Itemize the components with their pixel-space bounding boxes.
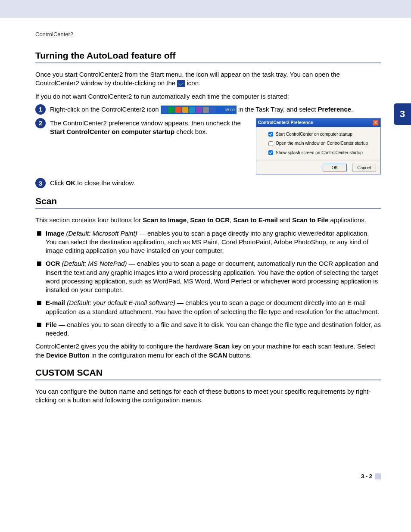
- text: .: [351, 106, 353, 113]
- step-bullet-1: 1: [35, 104, 46, 115]
- top-bar: [0, 0, 411, 18]
- autoload-p1: Once you start ControlCenter2 from the S…: [35, 70, 381, 88]
- header-label: ControlCenter2: [35, 31, 381, 37]
- t: applications.: [328, 216, 366, 224]
- list-item: OCR (Default: MS NotePad) — enables you …: [35, 259, 381, 294]
- t: buttons.: [227, 352, 252, 359]
- list-item: E-mail (Default: your default E-mail sof…: [35, 299, 381, 316]
- default: (Default: Microsoft Paint): [64, 230, 137, 237]
- text: Start ControlCenter on computer startup: [50, 128, 174, 135]
- label: File: [46, 321, 57, 328]
- section-title-scan: Scan: [35, 196, 381, 206]
- page-number: 3 - 2: [361, 473, 381, 479]
- dialog-buttons: OK Cancel: [256, 161, 380, 174]
- opt1-row[interactable]: Start ControlCenter on computer startup: [268, 131, 376, 137]
- custom-text: You can configure the button name and se…: [35, 387, 381, 405]
- page-num-tab-icon: [375, 473, 381, 479]
- page-content: ControlCenter2 3 Turning the AutoLoad fe…: [0, 18, 411, 482]
- text: OK: [66, 179, 76, 187]
- step-2-row: The ControlCenter2 preference window app…: [50, 119, 381, 175]
- default: (Default: MS NotePad): [60, 260, 127, 267]
- section-title-autoload: Turning the AutoLoad feature off: [35, 50, 381, 61]
- t: Scan to E-mail: [233, 216, 277, 224]
- close-icon[interactable]: ×: [373, 120, 379, 126]
- dialog-body: Start ControlCenter on computer startup …: [256, 127, 380, 161]
- rule: [35, 208, 381, 209]
- text: Right-click on the ControlCenter2 icon: [50, 106, 161, 113]
- t: SCAN: [209, 352, 227, 359]
- step-2-text: The ControlCenter2 preference window app…: [50, 119, 249, 137]
- opt3-checkbox[interactable]: [268, 150, 273, 155]
- opt1-checkbox[interactable]: [268, 132, 273, 137]
- t: This section contains four buttons for: [35, 216, 143, 224]
- step-1-text: Right-click on the ControlCenter2 icon 1…: [50, 105, 381, 114]
- step-3-text: Click OK to close the window.: [50, 179, 381, 187]
- page-number-text: 3 - 2: [361, 473, 372, 479]
- label: Image: [46, 230, 64, 237]
- opt2-row[interactable]: Open the main window on ControlCenter st…: [268, 140, 376, 146]
- text: in the Task Tray, and select: [238, 106, 318, 113]
- step-3: 3 Click OK to close the window.: [35, 179, 381, 188]
- scan-footer: ControlCenter2 gives you the ability to …: [35, 342, 381, 360]
- chapter-tab: 3: [394, 103, 411, 125]
- step-bullet-3: 3: [35, 178, 46, 188]
- rule: [35, 62, 381, 63]
- step-bullet-2: 2: [35, 118, 46, 128]
- opt2-label: Open the main window on ControlCenter st…: [276, 140, 368, 146]
- t: Device Button: [46, 352, 90, 359]
- controlcenter-icon: [177, 80, 185, 87]
- text: — enables you to scan directly to a file…: [46, 321, 381, 337]
- text: The ControlCenter2 preference window app…: [50, 119, 241, 127]
- default: (Default: your default E-mail software): [65, 299, 175, 306]
- autoload-p2: If you do not want ControlCenter2 to run…: [35, 92, 381, 101]
- step-1: 1 Right-click on the ControlCenter2 icon…: [35, 105, 381, 115]
- preference-dialog: ControlCenter2 Preference × Start Contro…: [256, 118, 381, 175]
- section-title-custom: CUSTOM SCAN: [35, 367, 381, 378]
- t: Scan: [214, 342, 230, 350]
- t: Scan to Image: [143, 216, 187, 224]
- dialog-title: ControlCenter2 Preference: [258, 120, 313, 126]
- dialog-titlebar: ControlCenter2 Preference ×: [256, 118, 380, 127]
- ok-button[interactable]: OK: [323, 164, 347, 171]
- opt3-row[interactable]: Show splash screen on ControlCenter star…: [268, 150, 376, 156]
- t: ControlCenter2 gives you the ability to …: [35, 342, 214, 350]
- t: in the configuration menu for each of th…: [90, 352, 209, 359]
- opt3-label: Show splash screen on ControlCenter star…: [276, 150, 363, 156]
- text: Preference: [318, 106, 352, 113]
- opt1-label: Start ControlCenter on computer startup: [276, 131, 352, 137]
- step-2: 2 The ControlCenter2 preference window a…: [35, 119, 381, 175]
- text: to close the window.: [75, 179, 135, 187]
- text: icon.: [187, 79, 201, 87]
- label: E-mail: [46, 299, 65, 306]
- text: Click: [50, 179, 66, 187]
- cancel-button[interactable]: Cancel: [352, 164, 376, 171]
- t: Scan to OCR: [190, 216, 230, 224]
- text: check box.: [174, 128, 207, 135]
- task-tray-icon: 15:00: [161, 106, 237, 114]
- scan-intro: This section contains four buttons for S…: [35, 216, 381, 224]
- opt2-checkbox[interactable]: [268, 141, 273, 146]
- rule: [35, 380, 381, 380]
- t: Scan to File: [292, 216, 328, 224]
- list-item: Image (Default: Microsoft Paint) — enabl…: [35, 229, 381, 255]
- list-item: File — enables you to scan directly to a…: [35, 320, 381, 338]
- tray-time: 15:00: [225, 107, 235, 112]
- t: and: [278, 216, 292, 224]
- scan-list: Image (Default: Microsoft Paint) — enabl…: [35, 229, 381, 338]
- label: OCR: [46, 260, 60, 267]
